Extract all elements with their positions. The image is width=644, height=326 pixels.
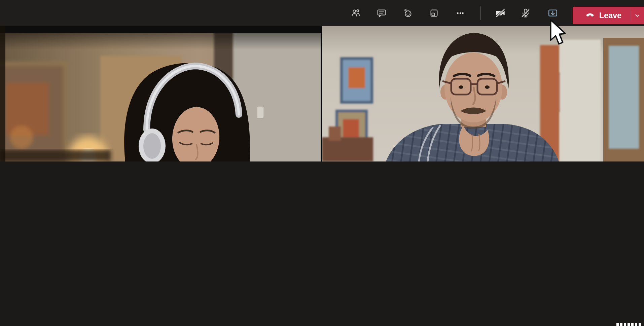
toolbar-divider (480, 6, 481, 20)
breakout-rooms-icon (429, 8, 439, 18)
participants-icon (351, 8, 361, 18)
leave-label: Leave (599, 11, 621, 20)
video-scrub-dashes (616, 323, 641, 326)
reactions-button[interactable] (400, 5, 415, 21)
light-switch (257, 106, 264, 118)
mic-off-icon (520, 8, 531, 19)
camera-toggle-button[interactable] (493, 5, 508, 21)
hang-up-icon (585, 11, 595, 20)
reactions-icon (402, 8, 413, 18)
participant-video-left (0, 26, 321, 161)
leave-button[interactable]: Leave (573, 7, 644, 24)
participant-left-illustration (0, 26, 321, 161)
video-stage (0, 26, 644, 161)
meeting-toolbar: Leave (0, 0, 644, 26)
chevron-down-icon (634, 12, 641, 19)
participant-right-illustration (322, 26, 644, 161)
chat-icon (377, 8, 387, 18)
more-options-button[interactable] (453, 5, 468, 21)
leave-menu-button[interactable] (634, 12, 641, 20)
more-options-icon (455, 8, 465, 18)
leave-split-divider (630, 9, 630, 22)
framed-picture (0, 64, 65, 161)
chat-button[interactable] (374, 5, 389, 21)
share-content-tray: Include computer sound Desktop Window Po… (0, 161, 644, 326)
mouse-cursor (548, 19, 567, 46)
breakout-rooms-button[interactable] (426, 5, 442, 21)
share-screen-icon (547, 8, 558, 19)
mic-toggle-button[interactable] (518, 5, 533, 21)
camera-off-icon (495, 8, 506, 19)
participants-button[interactable] (348, 5, 363, 21)
participant-video-right (322, 26, 644, 161)
